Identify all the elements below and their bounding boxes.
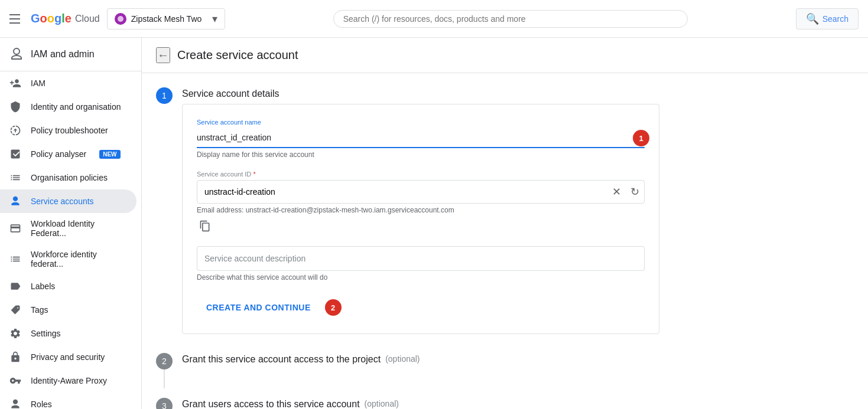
step-2-title: Grant this service account access to the…: [182, 354, 381, 365]
sidebar-item-tags[interactable]: Tags: [0, 298, 136, 322]
sidebar: IAM and admin IAM Identity and organisat…: [0, 38, 142, 409]
step-1-section: 1 Service account details Service accoun…: [156, 87, 659, 334]
iam-icon: [9, 77, 21, 89]
name-input-wrapper: 1: [197, 128, 645, 148]
svg-point-0: [118, 16, 123, 22]
step-2-title-row: Grant this service account access to the…: [182, 353, 420, 365]
service-account-name-group: Service account name 1 Display name for …: [197, 119, 645, 159]
sidebar-item-tags-label: Tags: [31, 305, 48, 315]
privacy-security-icon: [9, 351, 21, 363]
labels-icon: [9, 280, 21, 292]
step-1-header: 1 Service account details: [156, 87, 659, 104]
sidebar-item-privacy-security-label: Privacy and security: [31, 352, 105, 362]
step-2-number: 2: [156, 353, 173, 369]
step-2-divider: [164, 369, 165, 388]
service-account-id-input[interactable]: [197, 182, 607, 201]
create-action-row: CREATE AND CONTINUE 2: [197, 296, 645, 319]
step-3-title: Grant users access to this service accou…: [182, 399, 360, 409]
service-account-description-group: Describe what this service account will …: [197, 246, 645, 282]
service-account-id-label: Service account ID *: [197, 171, 645, 178]
search-input[interactable]: [343, 14, 678, 24]
sidebar-item-iam[interactable]: IAM: [0, 71, 136, 95]
search-bar[interactable]: [333, 10, 688, 28]
service-account-name-input[interactable]: [197, 128, 645, 148]
sidebar-item-org-policies-label: Organisation policies: [31, 173, 108, 182]
refresh-id-button[interactable]: ↻: [626, 181, 644, 203]
sidebar-item-privacy-security[interactable]: Privacy and security: [0, 345, 136, 369]
search-button[interactable]: 🔍 Search: [796, 8, 859, 30]
step-2-section: 2 Grant this service account access to t…: [156, 353, 659, 388]
sidebar-item-labels-label: Labels: [31, 282, 55, 291]
create-btn-container: CREATE AND CONTINUE 2: [197, 296, 342, 319]
policy-analyser-icon: [9, 148, 21, 160]
identity-aware-proxy-icon: [9, 375, 21, 387]
search-icon: 🔍: [806, 12, 819, 25]
create-and-continue-button[interactable]: CREATE AND CONTINUE: [197, 296, 320, 319]
cloud-label: Cloud: [75, 14, 100, 24]
step-3-number: 3: [156, 398, 173, 409]
step-2-header: 2 Grant this service account access to t…: [156, 353, 659, 369]
form-area: 1 Service account details Service accoun…: [142, 73, 674, 409]
workforce-identity-icon: [9, 253, 21, 265]
step-3-section: 3 Grant users access to this service acc…: [156, 398, 659, 409]
sidebar-item-identity-aware-proxy[interactable]: Identity-Aware Proxy: [0, 369, 136, 392]
project-name: Zipstack Mesh Two: [131, 14, 202, 24]
sidebar-item-settings-label: Settings: [31, 329, 61, 338]
sidebar-item-policy-analyser[interactable]: Policy analyser NEW: [0, 142, 136, 166]
workload-identity-icon: [9, 223, 21, 234]
project-selector[interactable]: Zipstack Mesh Two ▾: [107, 8, 225, 30]
step-3-title-row: Grant users access to this service accou…: [182, 398, 399, 409]
step-1-badge: 1: [633, 130, 649, 146]
sidebar-item-iam-label: IAM: [31, 78, 45, 88]
sidebar-item-roles[interactable]: Roles: [0, 392, 136, 409]
service-accounts-icon: [9, 195, 21, 207]
back-button[interactable]: ←: [156, 47, 170, 63]
sidebar-item-policy-troubleshooter[interactable]: Policy troubleshooter: [0, 119, 136, 142]
topbar: Google Cloud Zipstack Mesh Two ▾ 🔍 Searc…: [0, 0, 868, 38]
sidebar-item-settings[interactable]: Settings: [0, 322, 136, 345]
service-account-id-group: Service account ID * ✕ ↻ Email address: …: [197, 171, 645, 234]
sidebar-header: IAM and admin: [0, 38, 141, 71]
sidebar-item-policy-troubleshooter-label: Policy troubleshooter: [31, 126, 108, 135]
topbar-left: Google Cloud Zipstack Mesh Two ▾: [9, 8, 225, 30]
page-title: Create service account: [177, 48, 298, 62]
iam-admin-icon: [9, 47, 24, 61]
service-account-description-input[interactable]: [197, 246, 645, 271]
step-3-subtitle: (optional): [365, 399, 399, 408]
step-1-title: Service account details: [182, 89, 279, 99]
email-address-text: Email address: unstract-id-creation@zips…: [197, 206, 645, 214]
sidebar-header-title: IAM and admin: [31, 49, 95, 60]
new-badge: NEW: [99, 150, 120, 159]
identity-org-icon: [9, 101, 21, 113]
sidebar-item-workforce-identity[interactable]: Workforce identity federat...: [0, 244, 136, 274]
sidebar-item-org-policies[interactable]: Organisation policies: [0, 166, 136, 189]
step-1-number: 1: [156, 87, 173, 104]
step-2-subtitle: (optional): [385, 354, 420, 364]
sidebar-item-identity-org-label: Identity and organisation: [31, 102, 121, 112]
clear-id-button[interactable]: ✕: [607, 181, 626, 203]
sidebar-item-roles-label: Roles: [31, 400, 52, 409]
project-icon: [115, 13, 126, 25]
description-helper-text: Describe what this service account will …: [197, 273, 645, 282]
sidebar-item-service-accounts[interactable]: Service accounts: [0, 189, 136, 213]
sidebar-item-workforce-identity-label: Workforce identity federat...: [31, 250, 127, 269]
settings-icon: [9, 328, 21, 339]
sidebar-item-identity-org[interactable]: Identity and organisation: [0, 95, 136, 119]
main-layout: IAM and admin IAM Identity and organisat…: [0, 38, 868, 409]
org-policies-icon: [9, 172, 21, 184]
sidebar-item-labels[interactable]: Labels: [0, 274, 136, 298]
google-cloud-logo: Google Cloud: [31, 12, 100, 25]
sidebar-item-policy-analyser-label: Policy analyser: [31, 149, 86, 159]
name-helper-text: Display name for this service account: [197, 150, 645, 159]
chevron-down-icon: ▾: [212, 12, 217, 25]
step-3-header: 3 Grant users access to this service acc…: [156, 398, 659, 409]
copy-email-button[interactable]: [197, 218, 213, 234]
roles-icon: [9, 398, 21, 409]
sidebar-item-service-accounts-label: Service accounts: [31, 197, 94, 206]
service-account-name-label: Service account name: [197, 119, 645, 126]
sidebar-item-identity-aware-proxy-label: Identity-Aware Proxy: [31, 376, 107, 385]
sidebar-item-workload-identity[interactable]: Workload Identity Federat...: [0, 213, 136, 244]
step-1-card: Service account name 1 Display name for …: [182, 104, 659, 334]
policy-troubleshooter-icon: [9, 125, 21, 136]
hamburger-menu-icon[interactable]: [9, 12, 24, 26]
